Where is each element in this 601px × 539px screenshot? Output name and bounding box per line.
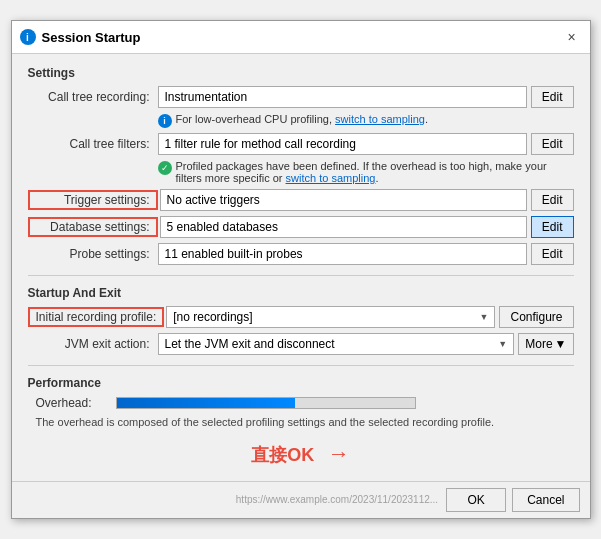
annotation-arrow-icon: → [328, 441, 350, 467]
dialog-title: Session Startup [42, 30, 141, 45]
jvm-exit-action-value: Let the JVM exit and disconnect [165, 337, 335, 351]
probe-settings-label: Probe settings: [28, 247, 158, 261]
performance-section-label: Performance [28, 376, 574, 390]
initial-recording-dropdown-value: [no recordings] [173, 310, 252, 324]
dialog-icon: i [20, 29, 36, 45]
overhead-label: Overhead: [36, 396, 116, 410]
trigger-settings-value: No active triggers [160, 189, 527, 211]
initial-recording-dropdown[interactable]: [no recordings] ▼ [166, 306, 495, 328]
dialog-footer: https://www.example.com/2023/11/2023112.… [12, 481, 590, 518]
trigger-settings-row: Trigger settings: No active triggers Edi… [28, 189, 574, 211]
watermark: https://www.example.com/2023/11/2023112.… [234, 492, 440, 507]
call-tree-filters-info: ✓ Profiled packages have been defined. I… [158, 160, 574, 184]
info-icon: i [158, 114, 172, 128]
database-settings-value: 5 enabled databases [160, 216, 527, 238]
jvm-exit-action-row: JVM exit action: Let the JVM exit and di… [28, 333, 574, 355]
settings-section: Settings Call tree recording: Instrument… [28, 66, 574, 265]
settings-section-label: Settings [28, 66, 574, 80]
title-bar: i Session Startup × [12, 21, 590, 54]
overhead-progress-bar [116, 397, 416, 409]
trigger-settings-label: Trigger settings: [28, 190, 158, 210]
call-tree-recording-info-text: For low-overhead CPU profiling, switch t… [176, 113, 429, 125]
more-button[interactable]: More ▼ [518, 333, 573, 355]
cancel-button[interactable]: Cancel [512, 488, 579, 512]
call-tree-filters-row: Call tree filters: 1 filter rule for met… [28, 133, 574, 155]
switch-to-sampling-link-1[interactable]: switch to sampling [335, 113, 425, 125]
probe-settings-value: 11 enabled built-in probes [158, 243, 527, 265]
jvm-exit-dropdown-arrow-icon: ▼ [498, 339, 507, 349]
close-button[interactable]: × [562, 27, 582, 47]
overhead-row: Overhead: [36, 396, 574, 410]
jvm-exit-action-dropdown[interactable]: Let the JVM exit and disconnect ▼ [158, 333, 515, 355]
performance-section: Performance Overhead: The overhead is co… [28, 376, 574, 430]
trigger-settings-edit-button[interactable]: Edit [531, 189, 574, 211]
annotation-text: 直接OK [251, 445, 314, 465]
startup-section-label: Startup And Exit [28, 286, 574, 300]
configure-button[interactable]: Configure [499, 306, 573, 328]
ok-button[interactable]: OK [446, 488, 506, 512]
more-button-label: More [525, 337, 552, 351]
call-tree-recording-row: Call tree recording: Instrumentation Edi… [28, 86, 574, 108]
call-tree-recording-edit-button[interactable]: Edit [531, 86, 574, 108]
session-startup-dialog: i Session Startup × Settings Call tree r… [11, 20, 591, 518]
initial-recording-label: Initial recording profile: [28, 307, 165, 327]
divider-2 [28, 365, 574, 366]
database-settings-edit-button[interactable]: Edit [531, 216, 574, 238]
success-icon: ✓ [158, 161, 172, 175]
call-tree-recording-label: Call tree recording: [28, 90, 158, 104]
database-settings-label: Database settings: [28, 217, 158, 237]
annotation-row: 直接OK → [28, 441, 574, 467]
switch-to-sampling-link-2[interactable]: switch to sampling [286, 172, 376, 184]
overhead-progress-fill [117, 398, 296, 408]
more-arrow-icon: ▼ [555, 337, 567, 351]
title-bar-left: i Session Startup [20, 29, 141, 45]
dialog-body: Settings Call tree recording: Instrument… [12, 54, 590, 480]
call-tree-filters-info-text: Profiled packages have been defined. If … [176, 160, 574, 184]
divider-1 [28, 275, 574, 276]
probe-settings-row: Probe settings: 11 enabled built-in prob… [28, 243, 574, 265]
initial-recording-row: Initial recording profile: [no recording… [28, 306, 574, 328]
overhead-description: The overhead is composed of the selected… [36, 415, 574, 430]
jvm-exit-action-label: JVM exit action: [28, 337, 158, 351]
call-tree-filters-edit-button[interactable]: Edit [531, 133, 574, 155]
call-tree-filters-value: 1 filter rule for method call recording [158, 133, 527, 155]
call-tree-filters-label: Call tree filters: [28, 137, 158, 151]
call-tree-recording-value: Instrumentation [158, 86, 527, 108]
database-settings-row: Database settings: 5 enabled databases E… [28, 216, 574, 238]
probe-settings-edit-button[interactable]: Edit [531, 243, 574, 265]
startup-section: Startup And Exit Initial recording profi… [28, 286, 574, 355]
call-tree-recording-info: i For low-overhead CPU profiling, switch… [158, 113, 574, 128]
dropdown-arrow-icon: ▼ [480, 312, 489, 322]
